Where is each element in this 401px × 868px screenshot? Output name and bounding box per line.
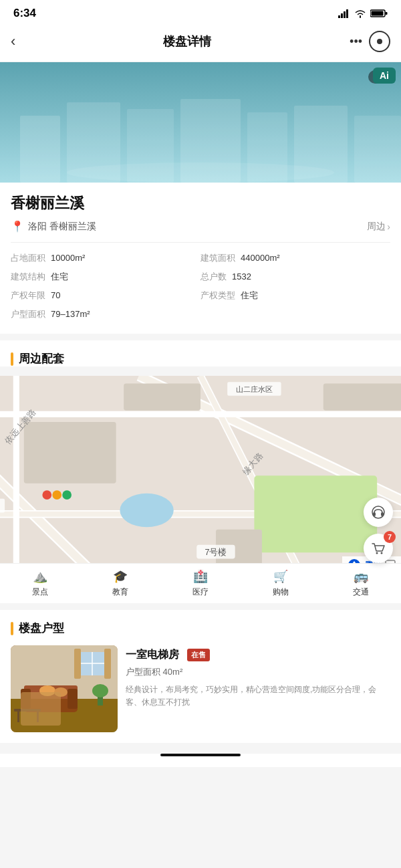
- property-name: 香榭丽兰溪: [11, 193, 390, 213]
- customer-service-button[interactable]: [364, 498, 393, 527]
- svg-point-43: [62, 490, 72, 500]
- status-bar: 6:34: [0, 0, 401, 24]
- detail-structure: 建筑结构 住宅: [11, 271, 200, 283]
- svg-rect-2: [344, 11, 346, 18]
- section-header: 周边配套: [11, 351, 390, 366]
- detail-ownership-years: 产权年限 70: [11, 290, 200, 302]
- detail-label: 建筑面积: [200, 252, 235, 264]
- house-type-image: [11, 645, 118, 732]
- svg-text:7号楼: 7号楼: [205, 548, 227, 557]
- category-medical[interactable]: 🏥 医疗: [192, 569, 209, 598]
- room-image-svg: [11, 645, 118, 732]
- svg-point-59: [54, 687, 68, 697]
- section-bar-2: [11, 622, 13, 635]
- signal-icon: [338, 9, 350, 18]
- svg-point-49: [376, 552, 378, 554]
- detail-value: 10000m²: [51, 253, 85, 263]
- svg-point-28: [120, 494, 173, 528]
- nearby-section-title: 周边配套: [19, 351, 64, 366]
- location-text: 洛阳 香榭丽兰溪: [28, 221, 96, 233]
- svg-point-15: [67, 162, 334, 183]
- status-time: 6:34: [13, 7, 36, 20]
- svg-rect-63: [74, 649, 81, 679]
- detail-value: 住宅: [241, 290, 258, 302]
- transport-label: 交通: [353, 586, 369, 598]
- svg-point-58: [39, 685, 55, 696]
- svg-rect-0: [338, 15, 340, 18]
- cart-badge: 7: [384, 531, 396, 543]
- house-type-area: 户型面积 40m²: [126, 666, 390, 678]
- svg-rect-64: [104, 649, 111, 679]
- page-title: 楼盘详情: [37, 33, 337, 49]
- house-type-info: 一室电梯房 在售 户型面积 40m² 经典设计，布局考究，巧妙实用，精心营造空间…: [126, 645, 390, 732]
- transport-icon: 🚌: [354, 569, 368, 584]
- svg-rect-67: [14, 709, 41, 712]
- detail-value: 440000m²: [241, 253, 280, 263]
- svg-rect-8: [20, 116, 60, 183]
- category-transport[interactable]: 🚌 交通: [353, 569, 369, 598]
- target-inner: [377, 39, 382, 44]
- svg-rect-37: [0, 499, 5, 513]
- house-type-description: 经典设计，布局考究，巧妙实用，精心营造空间阔度,功能区分合理，会客、休息互不打扰: [126, 683, 390, 709]
- svg-rect-31: [323, 383, 401, 410]
- detail-label: 户型面积: [11, 308, 45, 320]
- hero-image: 1/1 Ai: [0, 62, 401, 183]
- svg-rect-27: [254, 475, 377, 552]
- svg-rect-48: [381, 512, 384, 516]
- detail-label: 总户数: [200, 271, 227, 283]
- divider: [11, 242, 390, 243]
- bottom-bar: [0, 754, 401, 767]
- headphone-icon: [371, 505, 386, 520]
- house-type-card[interactable]: 一室电梯房 在售 户型面积 40m² 经典设计，布局考究，巧妙实用，精心营造空间…: [11, 645, 390, 732]
- svg-point-42: [52, 490, 61, 500]
- house-type-name: 一室电梯房 在售: [126, 648, 390, 662]
- svg-rect-3: [346, 9, 348, 18]
- svg-point-50: [381, 552, 383, 554]
- map-container[interactable]: 依远上善路 缘大路 7号楼 南区) 山二庄水区 腾讯 ⛰️ 景点: [0, 376, 401, 603]
- nav-actions: •••: [337, 31, 390, 52]
- svg-point-41: [42, 490, 51, 500]
- svg-rect-6: [386, 12, 388, 15]
- cart-button[interactable]: 7: [364, 534, 393, 563]
- category-shopping[interactable]: 🛒 购物: [273, 569, 289, 598]
- ai-tag[interactable]: Ai: [373, 68, 396, 84]
- detail-value: 1532: [232, 272, 251, 282]
- education-label: 教育: [112, 586, 128, 598]
- education-icon: 🎓: [113, 569, 128, 584]
- detail-label: 产权类型: [200, 290, 235, 302]
- svg-rect-5: [372, 11, 384, 16]
- location-left: 📍 洛阳 香榭丽兰溪: [11, 220, 96, 233]
- nearby-label: 周边: [367, 221, 386, 233]
- svg-rect-14: [354, 116, 401, 183]
- back-button[interactable]: ‹: [11, 33, 37, 50]
- detail-value: 79–137m²: [51, 309, 90, 319]
- cart-icon: [371, 541, 386, 556]
- shopping-icon: 🛒: [273, 569, 288, 584]
- svg-rect-1: [341, 13, 343, 18]
- more-button[interactable]: •••: [350, 35, 362, 49]
- svg-rect-29: [24, 422, 116, 483]
- detail-land-area: 占地面积 10000m²: [11, 252, 200, 264]
- detail-label: 建筑结构: [11, 271, 45, 283]
- floating-buttons: 7: [364, 498, 393, 563]
- house-type-status-badge: 在售: [187, 649, 210, 661]
- nearby-button[interactable]: 周边 ›: [367, 221, 390, 233]
- svg-rect-57: [68, 689, 78, 709]
- scenic-icon: ⛰️: [33, 569, 47, 584]
- svg-rect-68: [17, 712, 19, 722]
- target-button[interactable]: [369, 31, 390, 52]
- house-type-section: 楼盘户型: [0, 610, 401, 743]
- category-scenic[interactable]: ⛰️ 景点: [32, 569, 48, 598]
- detail-label: 产权年限: [11, 290, 45, 302]
- svg-rect-30: [124, 383, 200, 410]
- svg-point-66: [92, 684, 108, 697]
- section-gap-2: [0, 603, 401, 610]
- medical-label: 医疗: [192, 586, 209, 598]
- home-indicator: [160, 754, 241, 756]
- category-education[interactable]: 🎓 教育: [112, 569, 128, 598]
- detail-value: 住宅: [51, 271, 68, 283]
- location-pin-icon: 📍: [11, 220, 24, 233]
- property-location: 📍 洛阳 香榭丽兰溪 周边 ›: [11, 220, 390, 233]
- section-bar: [11, 352, 13, 366]
- section-gap: [0, 334, 401, 340]
